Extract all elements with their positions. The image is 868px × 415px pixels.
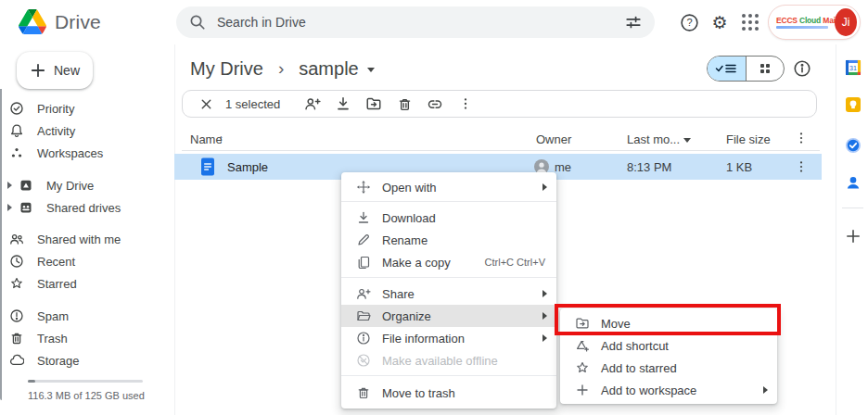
folder-menu-caret-icon[interactable] — [367, 68, 375, 72]
sidebar-item-starred[interactable]: Starred — [0, 272, 174, 295]
google-drive-window: Drive Search in Drive ? ⚙ E — [0, 0, 868, 415]
keep-icon[interactable] — [845, 96, 862, 113]
folder-open-icon — [356, 308, 371, 323]
submenu-arrow-icon — [542, 290, 547, 297]
sidebar-item-workspaces[interactable]: Workspaces — [0, 142, 174, 164]
download-button[interactable] — [335, 95, 351, 112]
share-button[interactable] — [304, 95, 321, 112]
calendar-icon[interactable]: 31 — [845, 59, 862, 76]
search-options-icon[interactable] — [625, 14, 642, 31]
header-more-icon[interactable] — [794, 131, 809, 145]
help-icon[interactable]: ? — [678, 11, 700, 33]
svg-text:?: ? — [686, 17, 692, 28]
app-header: Drive Search in Drive ? ⚙ E — [0, 0, 868, 44]
star-icon — [575, 360, 590, 375]
account-name: ECCS Cloud Mail — [776, 16, 832, 29]
new-button-label: New — [54, 63, 80, 78]
account-tagline — [776, 26, 828, 29]
trash-icon — [9, 331, 24, 346]
sidebar-item-label: Starred — [37, 277, 77, 291]
more-actions-button[interactable] — [457, 95, 474, 112]
column-last-modified[interactable]: Last mo... — [627, 132, 680, 146]
file-size: 1 KB — [726, 160, 752, 174]
menu-item-label: File information — [382, 332, 465, 346]
drive-logo[interactable]: Drive — [19, 9, 101, 34]
menu-item-label: Move to trash — [382, 386, 455, 400]
move-to-folder-button[interactable] — [365, 95, 382, 112]
sidebar-item-label: My Drive — [46, 179, 94, 193]
expand-arrow-icon[interactable] — [0, 204, 19, 211]
storage-progress-bar — [28, 380, 143, 383]
add-shortcut-icon — [575, 338, 590, 353]
menu-divider — [341, 201, 556, 202]
contacts-icon[interactable] — [845, 174, 862, 191]
sort-ascending-icon[interactable]: ↑ — [218, 132, 224, 145]
copy-link-button[interactable] — [427, 95, 443, 112]
submenu-item-add-shortcut[interactable]: Add shortcut — [560, 334, 777, 357]
sidebar-item-spam[interactable]: Spam — [0, 305, 174, 327]
sidebar-item-activity[interactable]: Activity — [0, 119, 174, 142]
sidebar-item-my-drive[interactable]: My Drive — [0, 174, 174, 196]
submenu-item-add-to-workspace[interactable]: Add to workspace — [560, 379, 777, 401]
breadcrumb-current-folder[interactable]: sample — [299, 58, 358, 80]
submenu-arrow-icon — [542, 312, 547, 320]
menu-item-make-a-copy[interactable]: Make a copy Ctrl+C Ctrl+V — [341, 251, 556, 273]
tasks-icon[interactable] — [845, 137, 862, 154]
submenu-item-label: Add shortcut — [601, 339, 669, 353]
submenu-item-add-to-starred[interactable]: Add to starred — [560, 357, 777, 379]
storage-usage-text: 116.3 MB of 125 GB used — [28, 390, 145, 401]
file-list-header: Name ↑ Owner Last mo... File size — [182, 130, 820, 151]
sort-caret-icon[interactable] — [683, 138, 691, 143]
avatar[interactable]: Ji — [835, 8, 857, 36]
menu-item-download[interactable]: Download — [341, 207, 556, 229]
download-icon — [356, 210, 371, 225]
grid-view-button[interactable] — [746, 57, 785, 81]
menu-item-label: Download — [382, 211, 436, 225]
priority-icon — [9, 101, 24, 116]
menu-item-move-to-trash[interactable]: Move to trash — [341, 382, 556, 404]
trash-icon — [356, 385, 371, 400]
cloud-icon — [9, 353, 24, 368]
account-pill[interactable]: ECCS Cloud Mail Ji — [768, 5, 861, 40]
get-addons-plus-icon[interactable] — [845, 228, 862, 245]
sidebar-item-storage[interactable]: Storage — [0, 349, 174, 371]
clear-selection-button[interactable] — [198, 95, 214, 112]
rail-divider — [842, 208, 863, 208]
sidebar-item-recent[interactable]: Recent — [0, 250, 174, 272]
app-title: Drive — [55, 11, 101, 33]
sidebar-item-shared-with-me[interactable]: Shared with me — [0, 228, 174, 250]
open-with-icon — [356, 180, 371, 195]
settings-gear-icon[interactable]: ⚙ — [708, 11, 731, 33]
apps-grid-icon[interactable] — [739, 11, 761, 33]
trash-button[interactable] — [396, 95, 413, 112]
menu-item-rename[interactable]: Rename — [341, 229, 556, 251]
submenu-arrow-icon — [542, 183, 547, 191]
context-menu: Open with Download Rename Make a copy Ct… — [341, 172, 556, 409]
list-view-button[interactable] — [708, 57, 746, 81]
column-owner[interactable]: Owner — [536, 132, 571, 146]
row-more-icon[interactable] — [794, 159, 809, 174]
breadcrumb-my-drive[interactable]: My Drive — [190, 58, 263, 80]
sidebar-item-shared-drives[interactable]: Shared drives — [0, 196, 174, 219]
sidebar-item-label: Shared drives — [46, 201, 121, 215]
column-file-size[interactable]: File size — [726, 132, 771, 146]
sidebar-item-label: Activity — [37, 124, 75, 138]
sidebar-item-label: Workspaces — [37, 146, 103, 160]
menu-divider — [341, 277, 556, 278]
menu-item-file-information[interactable]: File information — [341, 327, 556, 349]
search-input[interactable]: Search in Drive — [176, 6, 655, 38]
menu-item-open-with[interactable]: Open with — [341, 176, 556, 198]
selected-count-label: 1 selected — [225, 97, 280, 111]
new-button[interactable]: New — [17, 52, 93, 89]
submenu-arrow-icon — [763, 386, 768, 394]
expand-arrow-icon[interactable] — [0, 182, 19, 189]
menu-item-organize[interactable]: Organize — [341, 305, 556, 327]
menu-item-label: Organize — [382, 309, 431, 323]
menu-divider — [341, 375, 556, 376]
sidebar-item-priority[interactable]: Priority — [0, 97, 174, 119]
sidebar-item-trash[interactable]: Trash — [0, 327, 174, 349]
details-info-icon[interactable] — [793, 59, 811, 78]
workspaces-icon — [9, 145, 24, 160]
menu-item-share[interactable]: Share — [341, 283, 556, 305]
spam-icon — [9, 308, 24, 323]
